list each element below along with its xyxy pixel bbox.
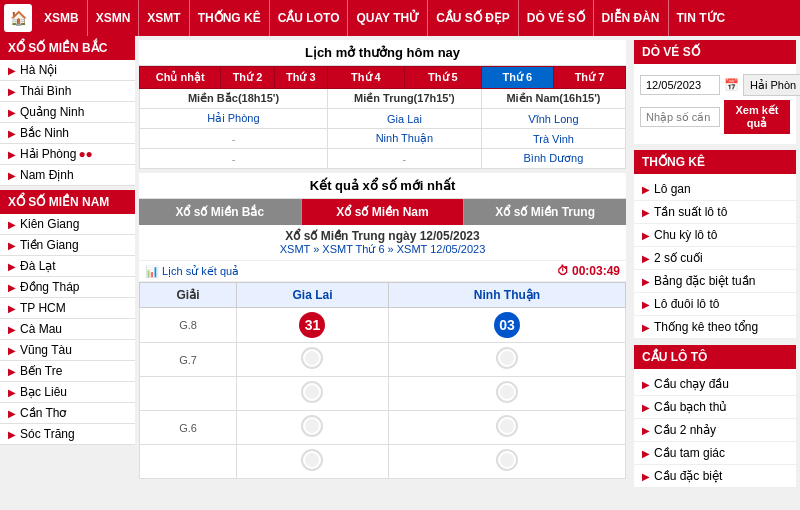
prize-extra2-label [140,445,237,479]
arrow-icon: ▶ [8,170,16,181]
col-ninh-thuan[interactable]: Ninh Thuận [388,283,625,308]
dash-cell-3: - [327,149,481,169]
arrow-icon: ▶ [8,261,16,272]
thong-ke-logan[interactable]: ▶ Lô gan [634,178,796,201]
dv-date-input[interactable] [640,75,720,95]
sidebar-label-tphcm: TP HCM [20,301,66,315]
mien-nam-title: XỔ SỐ MIỀN NAM [0,190,135,214]
sidebar-item-thaibinh[interactable]: ▶ Thái Bình [0,81,135,102]
main-layout: XỔ SỐ MIỀN BẮC ▶ Hà Nội ▶ Thái Bình ▶ Qu… [0,36,800,498]
nav-xsmt[interactable]: XSMT [139,0,189,36]
sidebar-item-baclieu[interactable]: ▶ Bạc Liêu [0,382,135,403]
arrow-icon: ▶ [8,429,16,440]
loading-circle [301,415,323,437]
sidebar-item-bacninh[interactable]: ▶ Bắc Ninh [0,123,135,144]
nav-quaythu[interactable]: QUAY THỬ [348,0,428,36]
sidebar-item-kiengiang[interactable]: ▶ Kiên Giang [0,214,135,235]
cau-tamgiac[interactable]: ▶ Cầu tam giác [634,442,796,465]
day-header-4[interactable]: Thứ 5 [404,67,481,89]
xem-ket-qua-button[interactable]: Xem kết quả [724,100,790,134]
sidebar-item-tphcm[interactable]: ▶ TP HCM [0,298,135,319]
arrow-icon: ▶ [8,219,16,230]
dv-province-select[interactable]: Hải Phòng [743,74,800,96]
thong-ke-2socuoi[interactable]: ▶ 2 số cuối [634,247,796,270]
sidebar-item-tiengiang[interactable]: ▶ Tiền Giang [0,235,135,256]
arrow-icon: ▶ [642,230,650,241]
thong-ke-bangdacbiettuan[interactable]: ▶ Bảng đặc biệt tuần [634,270,796,293]
cau-2nhay[interactable]: ▶ Cầu 2 nhảy [634,419,796,442]
col-gia-lai[interactable]: Gia Lai [237,283,389,308]
cau-lo-to-title: CẦU LÔ TÔ [634,345,796,369]
thong-ke-chukyloto[interactable]: ▶ Chu kỳ lô tô [634,224,796,247]
nav-xsmn[interactable]: XSMN [88,0,140,36]
thong-ke-theotong[interactable]: ▶ Thống kê theo tổng [634,316,796,339]
arrow-icon: ▶ [8,303,16,314]
day-header-3[interactable]: Thứ 4 [327,67,404,89]
prize-g7-gialai [237,343,389,377]
sidebar-item-camau[interactable]: ▶ Cà Mau [0,319,135,340]
cau-chaydau[interactable]: ▶ Cầu chạy đầu [634,373,796,396]
nav-doveso[interactable]: DÒ VÉ SỐ [519,0,594,36]
vinhlong-cell[interactable]: Vĩnh Long [481,109,625,129]
dv-date-row: 📅 Hải Phòng [640,74,790,96]
history-link[interactable]: 📊 Lịch sử kết quả [145,265,239,278]
gialai-cell[interactable]: Gia Lai [327,109,481,129]
ninhthuan-cell[interactable]: Ninh Thuận [327,129,481,149]
tab-mien-trung[interactable]: Xổ số Miền Trung [464,199,626,225]
arrow-icon: ▶ [642,299,650,310]
home-icon[interactable]: 🏠 [4,4,32,32]
sidebar-label-baclieu: Bạc Liêu [20,385,67,399]
sidebar-item-hanoi[interactable]: ▶ Hà Nội [0,60,135,81]
schedule-table: Chủ nhật Thứ 2 Thứ 3 Thứ 4 Thứ 5 Thứ 6 T… [139,66,626,169]
prize-row-extra2 [140,445,626,479]
nav-causodep[interactable]: CẦU SỐ ĐẸP [428,0,519,36]
calendar-icon[interactable]: 📅 [724,78,739,92]
sidebar-item-dalat[interactable]: ▶ Đà Lạt [0,256,135,277]
center-content: Lịch mở thưởng hôm nay Chủ nhật Thứ 2 Th… [135,36,630,498]
sidebar-item-bentre[interactable]: ▶ Bến Tre [0,361,135,382]
thong-ke-loduoiloto[interactable]: ▶ Lô đuôi lô tô [634,293,796,316]
schedule-row-2: - Ninh Thuận Trà Vinh [140,129,626,149]
cau-dacbiet[interactable]: ▶ Cầu đặc biệt [634,465,796,488]
day-header-5[interactable]: Thứ 6 [481,67,553,89]
arrow-icon: ▶ [8,107,16,118]
thong-ke-tansuatloto[interactable]: ▶ Tần suất lô tô [634,201,796,224]
prize-table: Giải Gia Lai Ninh Thuận G.8 31 03 [139,282,626,479]
sidebar-item-quangninh[interactable]: ▶ Quảng Ninh [0,102,135,123]
nav-diendан[interactable]: DIỄN ĐÀN [594,0,669,36]
day-header-1[interactable]: Thứ 2 [221,67,274,89]
dv-number-input[interactable] [640,107,720,127]
loading-circle [496,347,518,369]
sidebar-item-socтranг[interactable]: ▶ Sóc Trăng [0,424,135,445]
sidebar-item-cantho[interactable]: ▶ Cần Thơ [0,403,135,424]
sidebar-label-quangninh: Quảng Ninh [20,105,84,119]
dv-number-row: Xem kết quả [640,100,790,134]
arrow-icon: ▶ [8,345,16,356]
prize-number-31: 31 [299,312,325,338]
nav-thongke[interactable]: THỐNG KÊ [190,0,270,36]
nav-tintuc[interactable]: TIN TỨC [669,0,734,36]
travinh-cell[interactable]: Trà Vinh [481,129,625,149]
tab-mien-nam[interactable]: Xổ số Miền Nam [302,199,465,225]
arrow-icon: ▶ [8,128,16,139]
results-breadcrumb[interactable]: XSMT » XSMT Thứ 6 » XSMT 12/05/2023 [147,243,618,256]
binhduong-cell[interactable]: Bình Dương [481,149,625,169]
haiphong-cell[interactable]: Hải Phòng [140,109,328,129]
sidebar-item-haiphong[interactable]: ▶ Hải Phòng ●● [0,144,135,165]
day-header-6[interactable]: Thứ 7 [553,67,625,89]
tab-mien-bac[interactable]: Xổ số Miền Bắc [139,199,302,225]
right-sidebar: DÒ VÉ SỐ 📅 Hải Phòng Xem kết quả THỐNG K… [630,36,800,498]
sidebar-item-vungtau[interactable]: ▶ Vũng Tàu [0,340,135,361]
sidebar-label-cantho: Cần Thơ [20,406,66,420]
day-header-2[interactable]: Thứ 3 [274,67,327,89]
cau-bachthu[interactable]: ▶ Cầu bạch thủ [634,396,796,419]
sidebar-item-dongthap[interactable]: ▶ Đồng Tháp [0,277,135,298]
thong-ke-2socuoi-label: 2 số cuối [654,251,703,265]
arrow-icon: ▶ [8,366,16,377]
nav-xsmb[interactable]: XSMB [36,0,88,36]
nav-cauloto[interactable]: CẦU LOTO [270,0,349,36]
col-giai: Giải [140,283,237,308]
day-header-0[interactable]: Chủ nhật [140,67,221,89]
sidebar-item-namdinh[interactable]: ▶ Nam Định [0,165,135,186]
results-info: Xổ số Miền Trung ngày 12/05/2023 XSMT » … [139,225,626,261]
